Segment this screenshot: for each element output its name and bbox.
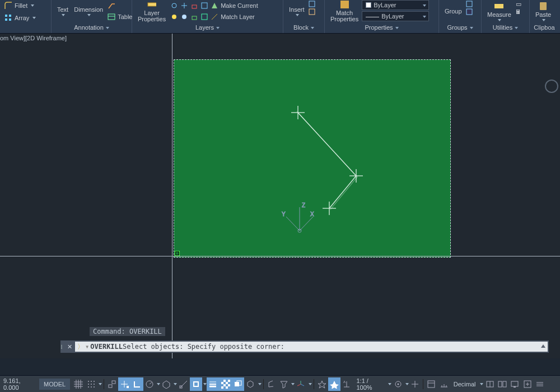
svg-rect-1 bbox=[9, 15, 11, 17]
workspace-switch[interactable] bbox=[391, 377, 404, 391]
group-button[interactable]: Group bbox=[442, 0, 464, 22]
match-layer-icon bbox=[211, 13, 218, 21]
command-bar-close[interactable]: ✕ bbox=[65, 343, 74, 351]
layer-unlock-icon[interactable] bbox=[190, 13, 198, 21]
svg-point-34 bbox=[88, 381, 89, 382]
gizmo-toggle[interactable] bbox=[295, 377, 307, 391]
lineweight-toggle[interactable] bbox=[207, 377, 219, 391]
otrack-toggle[interactable] bbox=[177, 377, 189, 391]
block-create-icon[interactable] bbox=[308, 0, 316, 8]
svg-rect-43 bbox=[109, 385, 112, 388]
nav-wheel-icon[interactable] bbox=[545, 80, 558, 93]
command-input[interactable]: 〉 ▾ OVERKILL Select objects: Specify opp… bbox=[75, 342, 548, 352]
ungroup-icon[interactable] bbox=[465, 0, 473, 8]
match-properties-button[interactable]: Match Properties bbox=[328, 0, 361, 22]
fillet-button[interactable]: Fillet bbox=[3, 0, 35, 11]
quickcalc-icon[interactable]: 🖩 bbox=[515, 8, 522, 16]
svg-rect-12 bbox=[192, 16, 197, 20]
layer-thaw-icon[interactable] bbox=[180, 13, 188, 21]
command-history-expand[interactable] bbox=[541, 344, 545, 348]
panel-title-utilities: Utilities bbox=[493, 24, 512, 31]
filter-toggle[interactable] bbox=[278, 377, 290, 391]
svg-text:A: A bbox=[343, 380, 346, 384]
leader-icon bbox=[108, 2, 115, 10]
ortho-toggle[interactable] bbox=[130, 377, 143, 391]
isodraft-toggle[interactable] bbox=[160, 377, 172, 391]
transparency-toggle[interactable] bbox=[220, 377, 232, 391]
select-all-icon[interactable]: ▭ bbox=[515, 0, 522, 8]
customize[interactable] bbox=[534, 377, 546, 391]
measure-icon bbox=[494, 2, 503, 11]
paste-icon bbox=[539, 2, 548, 11]
polar-toggle[interactable] bbox=[143, 377, 156, 391]
grid-toggle[interactable] bbox=[72, 377, 85, 391]
pickbox-cursor bbox=[175, 251, 180, 256]
command-active: OVERKILL bbox=[90, 343, 123, 351]
dynamic-ucs-toggle[interactable] bbox=[265, 377, 277, 391]
group-edit-icon[interactable] bbox=[465, 8, 473, 16]
measure-button[interactable]: Measure bbox=[485, 0, 514, 22]
svg-rect-62 bbox=[226, 384, 228, 386]
command-bar-handle[interactable] bbox=[60, 344, 65, 349]
status-scale[interactable]: 1:1 / 100% bbox=[353, 377, 387, 391]
insert-button[interactable]: Insert bbox=[287, 0, 307, 22]
layer-lock-icon[interactable] bbox=[190, 2, 198, 10]
snap-toggle[interactable] bbox=[85, 377, 97, 391]
selection-cycling-toggle[interactable] bbox=[232, 377, 244, 391]
svg-rect-0 bbox=[5, 15, 7, 17]
panel-title-annotation: Annotation bbox=[74, 24, 104, 31]
panel-block: Insert Block bbox=[283, 0, 325, 33]
infer-constraints-toggle[interactable] bbox=[106, 377, 118, 391]
array-button[interactable]: Array bbox=[3, 12, 37, 24]
paste-button[interactable]: Paste bbox=[533, 0, 553, 22]
command-prompt: Select objects: Specify opposite corner: bbox=[123, 343, 284, 351]
panel-clipboard: Paste Clipboa bbox=[530, 0, 559, 33]
linetype-selector[interactable]: ByLayer bbox=[362, 11, 429, 21]
svg-rect-59 bbox=[223, 382, 226, 384]
table-button[interactable]: Table bbox=[106, 11, 133, 22]
status-units[interactable]: Decimal bbox=[450, 381, 479, 388]
status-model-button[interactable]: MODEL bbox=[39, 379, 70, 390]
svg-rect-52 bbox=[194, 382, 198, 386]
layer-properties-button[interactable]: Layer Properties bbox=[136, 0, 168, 22]
layer-iso-icon[interactable] bbox=[200, 2, 208, 10]
svg-rect-83 bbox=[498, 381, 502, 387]
color-selector[interactable]: ByLayer bbox=[362, 0, 429, 10]
layer-uniso-icon[interactable] bbox=[200, 13, 208, 21]
panel-title-block: Block bbox=[293, 24, 309, 31]
status-coordinates[interactable]: 9.161, 0.000 bbox=[0, 377, 39, 391]
drawing-canvas[interactable]: om View][2D Wireframe] X Y Z bbox=[0, 34, 560, 358]
osnap-toggle[interactable] bbox=[190, 377, 202, 391]
clean-screen[interactable] bbox=[521, 377, 534, 391]
command-bar: ✕ 〉 ▾ OVERKILL Select objects: Specify o… bbox=[60, 340, 549, 353]
annoscale-auto-toggle[interactable] bbox=[328, 377, 340, 391]
match-layer-button[interactable]: Match Layer bbox=[221, 13, 255, 20]
view-label[interactable]: om View][2D Wireframe] bbox=[0, 35, 67, 41]
3dosnap-toggle[interactable] bbox=[244, 377, 256, 391]
svg-rect-58 bbox=[226, 380, 228, 382]
annotation-monitor[interactable] bbox=[409, 377, 421, 391]
layer-off-icon[interactable] bbox=[170, 2, 178, 10]
viewcube[interactable] bbox=[544, 80, 559, 124]
units-button[interactable] bbox=[437, 377, 450, 391]
graphics-config[interactable] bbox=[508, 377, 521, 391]
leader-button[interactable] bbox=[106, 0, 133, 11]
svg-rect-57 bbox=[221, 380, 223, 382]
annoscale-button[interactable]: A bbox=[340, 377, 353, 391]
block-edit-icon[interactable] bbox=[308, 8, 316, 16]
make-current-button[interactable]: Make Current bbox=[221, 2, 258, 9]
layer-freeze-icon[interactable] bbox=[180, 2, 188, 10]
svg-rect-6 bbox=[148, 3, 156, 6]
panel-title-groups: Groups bbox=[447, 24, 467, 31]
dimension-button[interactable]: Dimension bbox=[72, 0, 105, 22]
quick-props-toggle[interactable] bbox=[425, 377, 437, 391]
quickview-drawings[interactable] bbox=[496, 377, 508, 391]
svg-rect-85 bbox=[511, 381, 518, 386]
text-button[interactable]: Text bbox=[55, 0, 71, 22]
panel-layers: Layer Properties Make Current bbox=[132, 0, 283, 33]
layer-on-icon[interactable] bbox=[170, 13, 178, 21]
svg-rect-14 bbox=[309, 1, 315, 7]
dynamic-input-toggle[interactable] bbox=[118, 377, 130, 391]
annoscale-vis-toggle[interactable] bbox=[315, 377, 328, 391]
quickview-layouts[interactable] bbox=[483, 377, 496, 391]
